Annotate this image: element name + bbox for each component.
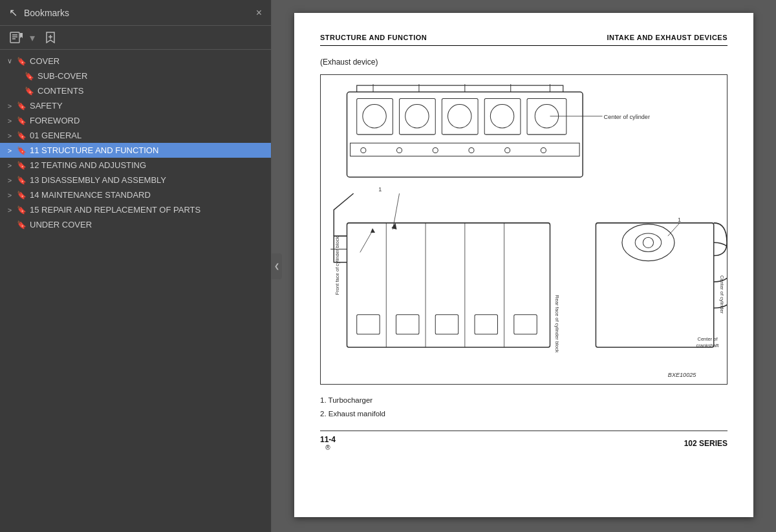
legend-item-1: 1. Turbocharger (320, 394, 727, 407)
bookmark-label-under-cover: UNDER COVER (30, 220, 92, 229)
collapse-panel-handle[interactable]: ❮ (272, 253, 282, 279)
bookmark-icon-contents: 🔖 (25, 87, 35, 96)
svg-rect-0 (10, 32, 19, 43)
bookmarks-toolbar: ▾ (0, 26, 271, 50)
svg-point-22 (505, 147, 510, 153)
page-number: 11-4 (320, 435, 336, 444)
bookmark-icon-12-testing: 🔖 (17, 161, 27, 170)
svg-rect-7 (357, 98, 393, 134)
bookmark-label-15-repair: 15 REPAIR AND REPLACEMENT OF PARTS (30, 205, 200, 215)
bookmark-item-foreword[interactable]: > 🔖 FOREWORD (0, 113, 271, 128)
expand-arrow-14-maintenance: > (5, 191, 14, 199)
svg-point-45 (635, 233, 662, 251)
cursor-indicator: ↖ Bookmarks (9, 6, 69, 19)
exhaust-device-label: (Exhaust device) (320, 58, 727, 67)
svg-line-49 (668, 223, 680, 236)
svg-text:Center of cylinder: Center of cylinder (604, 114, 650, 120)
svg-marker-37 (391, 223, 396, 229)
svg-rect-26 (347, 223, 550, 347)
svg-text:1: 1 (678, 217, 681, 223)
bookmarks-panel: ↖ Bookmarks × ▾ ∨ 🔖 (0, 0, 272, 532)
bookmark-item-sub-cover[interactable]: 🔖 SUB-COVER (0, 69, 271, 83)
bookmark-item-under-cover[interactable]: 🔖 UNDER COVER (0, 217, 271, 232)
svg-text:Center of: Center of (697, 336, 718, 342)
svg-point-15 (490, 105, 513, 128)
page-container: STRUCTURE AND FUNCTION INTAKE AND EXHAUS… (294, 13, 753, 517)
bookmark-label-11-structure: 11 STRUCTURE AND FUNCTION (30, 145, 158, 155)
svg-point-14 (448, 105, 471, 128)
series-label: 102 SERIES (684, 439, 727, 448)
bookmarks-header: ↖ Bookmarks × (0, 0, 271, 26)
bookmark-label-01-general: 01 GENERAL (30, 131, 81, 140)
svg-point-21 (469, 147, 474, 153)
bookmark-item-14-maintenance[interactable]: > 🔖 14 MAINTENANCE STANDARD (0, 187, 271, 202)
svg-point-18 (361, 147, 366, 153)
expand-arrow-15-repair: > (5, 206, 14, 214)
bookmark-icon-14-maintenance: 🔖 (17, 191, 27, 200)
document-panel: ❮ STRUCTURE AND FUNCTION INTAKE AND EXHA… (272, 0, 776, 532)
bookmark-item-11-structure[interactable]: > 🔖 11 STRUCTURE AND FUNCTION (0, 143, 271, 158)
svg-rect-10 (484, 98, 521, 134)
svg-rect-8 (400, 98, 436, 134)
bookmark-label-cover: COVER (30, 56, 59, 66)
svg-point-19 (396, 147, 402, 153)
bookmark-label-sub-cover: SUB-COVER (38, 71, 87, 81)
bookmark-label-contents: CONTENTS (38, 86, 84, 96)
svg-rect-32 (396, 315, 418, 334)
bookmark-icon-cover: 🔖 (17, 57, 27, 66)
engine-diagram-svg: Center of cylinder (321, 75, 727, 384)
svg-line-39 (360, 229, 373, 252)
toolbar-dropdown-arrow: ▾ (30, 32, 35, 44)
svg-point-46 (643, 237, 653, 248)
bookmark-tree: ∨ 🔖 COVER 🔖 SUB-COVER 🔖 CONTENTS > 🔖 SAF… (0, 50, 271, 532)
expand-arrow-11-structure: > (5, 147, 14, 154)
bookmarks-title: Bookmarks (24, 8, 69, 18)
svg-point-13 (405, 105, 429, 128)
svg-point-20 (433, 147, 438, 153)
bookmark-icon-11-structure: 🔖 (17, 146, 27, 155)
expand-arrow-13-disassembly: > (5, 176, 14, 184)
svg-text:1: 1 (378, 186, 382, 193)
svg-point-12 (363, 105, 386, 128)
svg-rect-9 (442, 98, 478, 134)
expand-arrow-foreword: > (5, 117, 14, 125)
legend-item-2: 2. Exhaust manifold (320, 407, 727, 421)
engine-diagram-box: Center of cylinder (320, 74, 727, 385)
bookmark-expand-button[interactable] (6, 30, 26, 45)
bookmark-icon-foreword: 🔖 (17, 116, 27, 125)
bookmark-label-safety: SAFETY (30, 101, 63, 111)
svg-rect-31 (357, 315, 380, 334)
expand-arrow-safety: > (5, 102, 14, 110)
copyright-mark: ® (320, 444, 336, 451)
add-bookmark-icon (45, 32, 56, 43)
page-header: STRUCTURE AND FUNCTION INTAKE AND EXHAUS… (320, 34, 727, 46)
svg-text:Front face of cylinder block: Front face of cylinder block (334, 237, 340, 295)
page-footer: 11-4 ® 102 SERIES (320, 431, 727, 451)
svg-text:Center of cylinder: Center of cylinder (719, 275, 725, 314)
bookmark-label-foreword: FOREWORD (30, 116, 80, 125)
bookmark-add-button[interactable] (41, 30, 59, 45)
bookmark-item-12-testing[interactable]: > 🔖 12 TEATING AND ADJUSTING (0, 158, 271, 173)
svg-text:crankshaft: crankshaft (696, 343, 719, 348)
bookmark-icon-safety: 🔖 (17, 101, 27, 111)
svg-rect-17 (350, 143, 580, 156)
bookmark-icon-13-disassembly: 🔖 (17, 176, 27, 185)
svg-line-36 (393, 193, 399, 229)
bookmark-item-safety[interactable]: > 🔖 SAFETY (0, 98, 271, 113)
bookmark-item-01-general[interactable]: > 🔖 01 GENERAL (0, 128, 271, 143)
bookmark-icon-sub-cover: 🔖 (25, 72, 35, 81)
bookmark-item-15-repair[interactable]: > 🔖 15 REPAIR AND REPLACEMENT OF PARTS (0, 202, 271, 217)
expand-arrow-cover: ∨ (5, 57, 14, 65)
bookmark-item-contents[interactable]: 🔖 CONTENTS (0, 83, 271, 98)
bookmark-item-13-disassembly[interactable]: > 🔖 13 DISASSEMBLY AND ASSEMBLY (0, 173, 271, 187)
svg-marker-40 (371, 228, 375, 233)
close-button[interactable]: × (256, 8, 262, 18)
bookmark-label-13-disassembly: 13 DISASSEMBLY AND ASSEMBLY (30, 175, 166, 185)
bookmark-item-cover[interactable]: ∨ 🔖 COVER (0, 54, 271, 69)
cursor-arrow: ↖ (9, 6, 17, 19)
svg-rect-35 (514, 315, 537, 334)
svg-rect-33 (435, 315, 458, 334)
bookmark-icon-01-general: 🔖 (17, 131, 27, 140)
expand-arrow-01-general: > (5, 132, 14, 140)
svg-rect-34 (475, 315, 497, 334)
